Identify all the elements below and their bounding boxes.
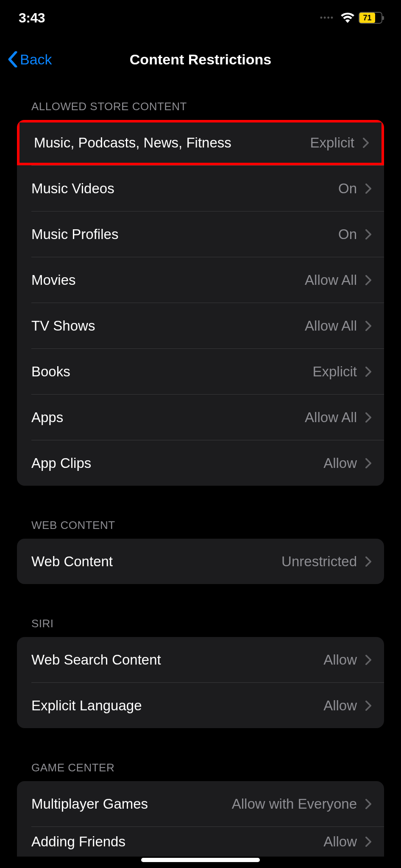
row-movies[interactable]: Movies Allow All: [17, 257, 384, 303]
row-value: Allow All: [305, 272, 357, 288]
nav-header: Back Content Restrictions: [0, 42, 401, 76]
section-header-gamecenter: Game Center: [0, 761, 401, 781]
row-label: Music, Podcasts, News, Fitness: [34, 135, 231, 151]
row-label: Music Profiles: [31, 226, 118, 242]
row-books[interactable]: Books Explicit: [17, 349, 384, 394]
wifi-icon: [341, 13, 354, 23]
web-list: Web Content Unrestricted: [17, 539, 384, 584]
chevron-right-icon: [365, 367, 371, 377]
chevron-right-icon: [365, 275, 371, 285]
row-label: Movies: [31, 272, 76, 288]
row-label: Books: [31, 364, 70, 380]
status-time: 3:43: [19, 10, 45, 26]
cell-dots-icon: ••••: [320, 14, 334, 22]
row-explicit-language[interactable]: Explicit Language Allow: [17, 683, 384, 728]
row-web-content[interactable]: Web Content Unrestricted: [17, 539, 384, 584]
chevron-right-icon: [365, 837, 371, 847]
home-indicator[interactable]: [141, 858, 260, 862]
row-app-clips[interactable]: App Clips Allow: [17, 440, 384, 486]
row-value: Explicit: [312, 364, 357, 380]
row-value: On: [338, 181, 357, 197]
row-label: Apps: [31, 409, 63, 426]
row-label: Web Content: [31, 554, 113, 570]
chevron-right-icon: [365, 412, 371, 423]
section-header-web: Web Content: [0, 519, 401, 539]
row-value: Allow: [323, 652, 357, 668]
row-adding-friends[interactable]: Adding Friends Allow: [17, 827, 384, 857]
row-value: Allow All: [305, 318, 357, 334]
row-value: Allow: [323, 834, 357, 850]
battery-icon: 71: [359, 12, 382, 24]
battery-level: 71: [359, 13, 375, 23]
chevron-right-icon: [365, 229, 371, 239]
row-label: Web Search Content: [31, 652, 161, 668]
row-value: Allow All: [305, 409, 357, 426]
chevron-right-icon: [365, 701, 371, 711]
chevron-right-icon: [365, 184, 371, 194]
row-music-podcasts[interactable]: Music, Podcasts, News, Fitness Explicit: [17, 120, 384, 165]
chevron-right-icon: [365, 556, 371, 567]
row-value: Unrestricted: [281, 554, 357, 570]
row-web-search-content[interactable]: Web Search Content Allow: [17, 637, 384, 682]
siri-list: Web Search Content Allow Explicit Langua…: [17, 637, 384, 728]
back-label: Back: [20, 51, 52, 68]
chevron-left-icon: [8, 51, 18, 67]
chevron-right-icon: [365, 655, 371, 665]
row-value: Allow: [323, 455, 357, 471]
row-apps[interactable]: Apps Allow All: [17, 395, 384, 440]
chevron-right-icon: [365, 321, 371, 331]
page-title: Content Restrictions: [130, 51, 271, 68]
row-label: TV Shows: [31, 318, 95, 334]
row-label: App Clips: [31, 455, 91, 471]
row-value: Allow: [323, 698, 357, 714]
store-list: Music, Podcasts, News, Fitness Explicit …: [17, 120, 384, 486]
row-label: Music Videos: [31, 181, 114, 197]
status-bar: 3:43 •••• 71: [0, 0, 401, 30]
row-label: Explicit Language: [31, 698, 142, 714]
row-label: Adding Friends: [31, 834, 125, 850]
row-label: Multiplayer Games: [31, 796, 148, 812]
section-header-siri: Siri: [0, 617, 401, 637]
row-multiplayer-games[interactable]: Multiplayer Games Allow with Everyone: [17, 781, 384, 826]
row-value: Explicit: [310, 135, 354, 151]
chevron-right-icon: [363, 138, 369, 148]
status-icons: •••• 71: [320, 12, 382, 24]
row-music-profiles[interactable]: Music Profiles On: [17, 211, 384, 257]
row-music-videos[interactable]: Music Videos On: [17, 166, 384, 211]
chevron-right-icon: [365, 799, 371, 809]
row-value: Allow with Everyone: [232, 796, 357, 812]
chevron-right-icon: [365, 458, 371, 468]
section-header-store: Allowed Store Content: [0, 100, 401, 120]
back-button[interactable]: Back: [8, 51, 52, 68]
content: Allowed Store Content Music, Podcasts, N…: [0, 76, 401, 857]
row-value: On: [338, 226, 357, 242]
row-tv-shows[interactable]: TV Shows Allow All: [17, 303, 384, 348]
gamecenter-list: Multiplayer Games Allow with Everyone Ad…: [17, 781, 384, 857]
